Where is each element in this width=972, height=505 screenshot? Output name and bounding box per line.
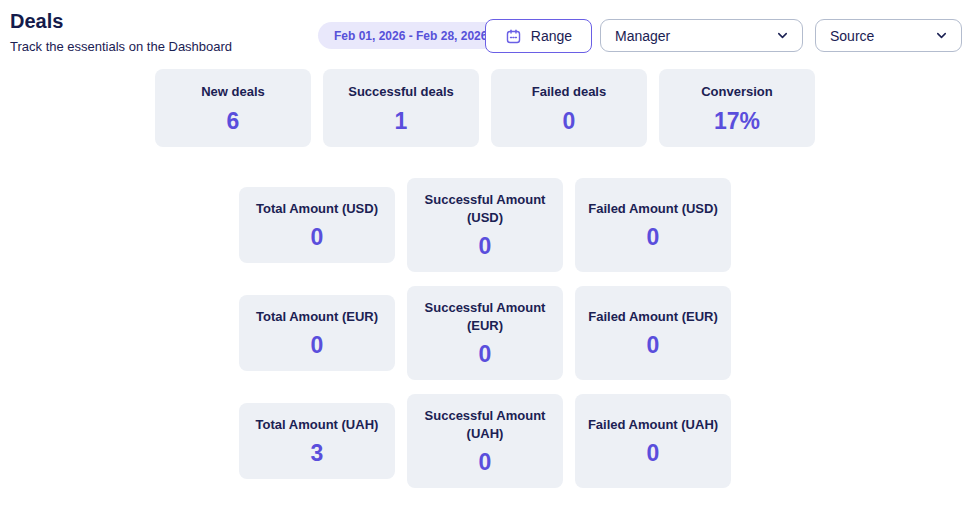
page-subtitle: Track the essentials on the Dashboard: [10, 39, 232, 54]
amount-value: 0: [479, 341, 492, 367]
amount-value: 0: [647, 224, 660, 250]
amount-label: Total Amount (USD): [246, 200, 388, 218]
deals-dashboard: Deals Track the essentials on the Dashbo…: [0, 0, 972, 505]
range-button-label: Range: [531, 28, 572, 44]
amount-row-usd: Total Amount (USD) 0 Successful Amount (…: [239, 178, 731, 272]
amount-label: Successful Amount (USD): [407, 191, 563, 227]
amount-card-failed-eur: Failed Amount (EUR) 0: [575, 286, 731, 380]
amount-label: Failed Amount (USD): [578, 200, 728, 218]
amount-card-successful-uah: Successful Amount (UAH) 0: [407, 394, 563, 488]
chevron-down-icon: [775, 28, 790, 43]
manager-select[interactable]: Manager: [600, 19, 803, 52]
stats-row: New deals 6 Successful deals 1 Failed de…: [155, 69, 815, 147]
stat-card-new-deals: New deals 6: [155, 69, 311, 147]
amount-card-total-usd: Total Amount (USD) 0: [239, 187, 395, 263]
date-range-pill[interactable]: Feb 01, 2026 - Feb 28, 2026: [318, 22, 503, 49]
amount-value: 0: [647, 440, 660, 466]
stat-card-conversion: Conversion 17%: [659, 69, 815, 147]
amount-card-successful-eur: Successful Amount (EUR) 0: [407, 286, 563, 380]
amount-value: 0: [479, 449, 492, 475]
amounts-grid: Total Amount (USD) 0 Successful Amount (…: [239, 178, 731, 502]
amount-row-uah: Total Amount (UAH) 3 Successful Amount (…: [239, 394, 731, 488]
stat-value: 0: [563, 108, 576, 134]
amount-label: Total Amount (UAH): [246, 416, 389, 434]
source-select-value: Source: [830, 28, 874, 44]
stat-label: Conversion: [691, 83, 783, 101]
amount-card-successful-usd: Successful Amount (USD) 0: [407, 178, 563, 272]
amount-value: 3: [311, 440, 324, 466]
source-select[interactable]: Source: [815, 19, 962, 52]
amount-value: 0: [647, 332, 660, 358]
stat-value: 6: [227, 108, 240, 134]
amount-value: 0: [311, 332, 324, 358]
stat-label: Failed deals: [522, 83, 616, 101]
amount-card-failed-uah: Failed Amount (UAH) 0: [575, 394, 731, 488]
stat-card-failed-deals: Failed deals 0: [491, 69, 647, 147]
amount-value: 0: [311, 224, 324, 250]
stat-label: Successful deals: [338, 83, 464, 101]
stat-label: New deals: [191, 83, 275, 101]
stat-value: 17%: [714, 108, 760, 134]
manager-select-value: Manager: [615, 28, 670, 44]
chevron-down-icon: [934, 28, 949, 43]
amount-card-failed-usd: Failed Amount (USD) 0: [575, 178, 731, 272]
calendar-icon: [505, 28, 522, 45]
amount-card-total-eur: Total Amount (EUR) 0: [239, 295, 395, 371]
amount-card-total-uah: Total Amount (UAH) 3: [239, 403, 395, 479]
amount-label: Total Amount (EUR): [246, 308, 388, 326]
amount-label: Failed Amount (UAH): [578, 416, 728, 434]
stat-value: 1: [395, 108, 408, 134]
amount-label: Successful Amount (EUR): [407, 299, 563, 335]
range-button[interactable]: Range: [485, 19, 592, 53]
stat-card-successful-deals: Successful deals 1: [323, 69, 479, 147]
amount-value: 0: [479, 233, 492, 259]
amount-label: Successful Amount (UAH): [407, 407, 563, 443]
amount-label: Failed Amount (EUR): [578, 308, 728, 326]
amount-row-eur: Total Amount (EUR) 0 Successful Amount (…: [239, 286, 731, 380]
page-title: Deals: [10, 10, 63, 33]
